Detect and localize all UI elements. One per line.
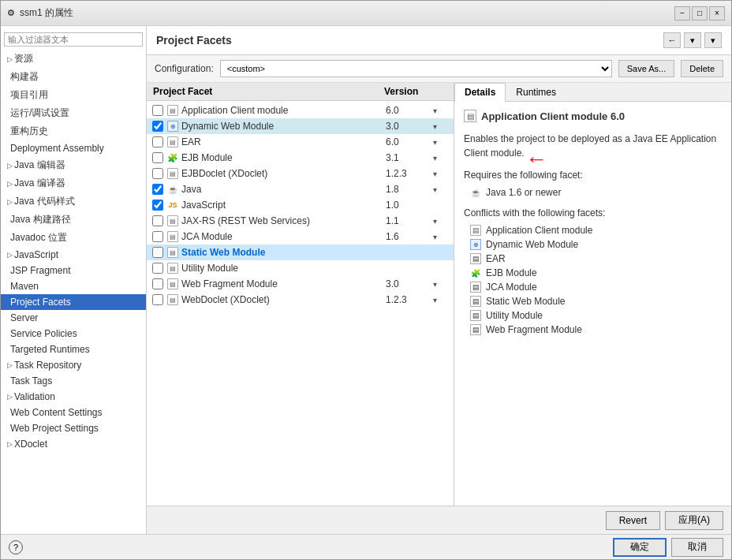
version-dropdown[interactable]: ▾ [433, 233, 449, 241]
version-dropdown[interactable]: ▾ [433, 185, 449, 194]
facet-row[interactable]: ☕ Java 1.8 ▾ [147, 181, 454, 197]
facet-row[interactable]: ▤ EJBDoclet (XDoclet) 1.2.3 ▾ [147, 166, 454, 181]
apply-button[interactable]: 应用(A) [665, 511, 723, 530]
facet-name: Utility Module [181, 263, 386, 274]
facet-row[interactable]: 🧩 EJB Module 3.1 ▾ [147, 150, 454, 166]
sidebar-item-run-debug[interactable]: 运行/调试设置 [1, 104, 146, 122]
facet-checkbox[interactable] [151, 168, 164, 179]
facet-row[interactable]: ▤ EAR 6.0 ▾ [147, 134, 454, 150]
sidebar-item-targeted-runtimes[interactable]: Targeted Runtimes [1, 342, 146, 357]
sidebar-item-project-ref[interactable]: 项目引用 [1, 86, 146, 104]
version-dropdown[interactable]: ▾ [433, 280, 449, 289]
facet-checkbox[interactable] [151, 152, 164, 163]
maximize-button[interactable]: □ [692, 6, 708, 21]
sidebar-item-task-repository[interactable]: ▷ Task Repository [1, 357, 146, 373]
facet-panel: Project Facet Version ▤ Application Clie… [147, 83, 454, 506]
sidebar-item-maven[interactable]: Maven [1, 278, 146, 294]
sidebar-item-validation[interactable]: ▷ Validation [1, 389, 146, 405]
sidebar-item-web-content[interactable]: Web Content Settings [1, 405, 146, 420]
facet-checkbox[interactable] [151, 263, 164, 274]
sidebar-item-javascript[interactable]: ▷ JavaScript [1, 247, 146, 263]
version-dropdown[interactable]: ▾ [433, 138, 449, 147]
sidebar-item-java-style[interactable]: ▷ Java 代码样式 [1, 192, 146, 211]
sidebar-item-refactor[interactable]: 重构历史 [1, 122, 146, 140]
details-description: Enables the project to be deployed as a … [464, 132, 722, 160]
minimize-button[interactable]: − [674, 6, 690, 21]
revert-button[interactable]: Revert [606, 511, 660, 530]
version-dropdown[interactable]: ▾ [433, 154, 449, 162]
sidebar-item-service-policies[interactable]: Service Policies [1, 326, 146, 342]
facet-row[interactable]: ⊕ Dynamic Web Module 3.0 ▾ [147, 118, 454, 134]
facet-row[interactable]: JS JavaScript 1.0 [147, 197, 454, 213]
version-dropdown[interactable]: ▾ [433, 296, 449, 304]
facet-checkbox[interactable] [151, 121, 164, 132]
config-select[interactable]: <custom> [220, 60, 612, 77]
facet-checkbox[interactable] [151, 294, 164, 305]
sidebar-item-java-editor[interactable]: ▷ Java 编辑器 [1, 156, 146, 174]
save-as-button[interactable]: Save As... [618, 60, 675, 77]
delete-button[interactable]: Delete [681, 60, 723, 77]
version-dropdown[interactable]: ▾ [433, 122, 449, 131]
facet-checkbox[interactable] [151, 105, 164, 116]
facet-checkbox[interactable] [151, 231, 164, 242]
facet-row[interactable]: ▤ Utility Module [147, 260, 454, 276]
footer-buttons: 确定 取消 [613, 538, 723, 557]
version-dropdown[interactable]: ▾ [433, 217, 449, 226]
facet-version: 1.2.3 [386, 294, 433, 305]
tab-details[interactable]: Details [454, 83, 506, 102]
facet-checkbox[interactable] [151, 184, 164, 195]
facet-row[interactable]: ▤ JCA Module 1.6 ▾ [147, 229, 454, 245]
facet-row[interactable]: ▤ Application Client module 6.0 ▾ [147, 103, 454, 118]
ejb-icon: 🧩 [167, 152, 178, 163]
filter-input[interactable] [4, 32, 143, 47]
sidebar-item-xdoclet[interactable]: ▷ XDoclet [1, 436, 146, 452]
sidebar-item-deployment[interactable]: Deployment Assembly [1, 140, 146, 156]
sidebar-item-resources[interactable]: ▷ 资源 [1, 50, 146, 68]
version-dropdown[interactable]: ▾ [433, 106, 449, 115]
facet-version: 3.1 [386, 152, 433, 163]
close-button[interactable]: × [709, 6, 725, 21]
facet-row[interactable]: ▤ JAX-RS (REST Web Services) 1.1 ▾ [147, 213, 454, 229]
sidebar-item-java-compiler[interactable]: ▷ Java 编译器 [1, 174, 146, 192]
facet-checkbox[interactable] [151, 215, 164, 226]
tab-runtimes[interactable]: Runtimes [506, 83, 566, 101]
facet-row[interactable]: ▤ Static Web Module [147, 245, 454, 260]
main-window: ⚙ ssm1 的属性 − □ × ▷ 资源 构建器 项目引用 运行/调试设置 重… [0, 0, 732, 560]
bottom-bar: Revert 应用(A) [147, 506, 731, 534]
col-facet-header: Project Facet [153, 86, 384, 97]
facet-row[interactable]: ▤ Web Fragment Module 3.0 ▾ [147, 276, 454, 292]
footer: ? 确定 取消 [1, 534, 731, 559]
facet-row[interactable]: ▤ WebDoclet (XDoclet) 1.2.3 ▾ [147, 292, 454, 308]
help-button[interactable]: ? [9, 540, 23, 554]
facet-checkbox[interactable] [151, 200, 164, 211]
forward-button[interactable]: ▾ [684, 32, 701, 48]
content-area: Project Facets ← ▾ ▾ Configuration: <cus… [147, 26, 731, 534]
confirm-button[interactable]: 确定 [613, 538, 667, 557]
facet-name: WebDoclet (XDoclet) [181, 294, 386, 305]
sidebar-item-jsp-fragment[interactable]: JSP Fragment [1, 263, 146, 278]
back-button[interactable]: ← [663, 32, 681, 48]
sidebar-item-server[interactable]: Server [1, 310, 146, 326]
sidebar-item-javadoc[interactable]: Javadoc 位置 [1, 229, 146, 247]
title-bar-left: ⚙ ssm1 的属性 [7, 6, 73, 20]
doc-icon: ▤ [470, 253, 481, 264]
sidebar-item-builders[interactable]: 构建器 [1, 68, 146, 86]
doc-icon: ▤ [167, 278, 178, 289]
details-facet-icon: ▤ [464, 110, 476, 122]
facet-checkbox[interactable] [151, 136, 164, 147]
page-title: Project Facets [156, 34, 232, 47]
cancel-button[interactable]: 取消 [671, 538, 723, 557]
facet-checkbox[interactable] [151, 247, 164, 258]
sidebar-item-task-tags[interactable]: Task Tags [1, 373, 146, 389]
sidebar-item-project-facets[interactable]: Project Facets [1, 294, 146, 310]
version-dropdown[interactable]: ▾ [433, 170, 449, 178]
expand-icon: ▷ [7, 198, 13, 206]
config-label: Configuration: [155, 63, 214, 74]
doc-icon: ▤ [167, 105, 178, 116]
sidebar-item-web-project[interactable]: Web Project Settings [1, 420, 146, 436]
facet-checkbox[interactable] [151, 278, 164, 289]
conflict-item: 🧩 EJB Module [464, 266, 722, 280]
menu-button[interactable]: ▾ [704, 32, 722, 48]
doc-icon: ▤ [167, 247, 178, 258]
sidebar-item-java-build[interactable]: Java 构建路径 [1, 211, 146, 229]
